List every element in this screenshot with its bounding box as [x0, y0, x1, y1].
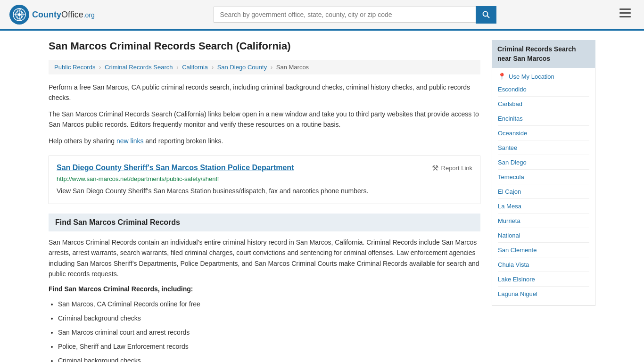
location-icon: 📍: [498, 73, 506, 80]
sidebar-link-national[interactable]: National: [498, 232, 589, 243]
link-card-header: San Diego County Sheriff's San Marcos St…: [57, 164, 472, 173]
section-title-box: Find San Marcos Criminal Records: [49, 214, 480, 231]
intro-para-1: Perform a free San Marcos, CA public cri…: [49, 82, 480, 103]
breadcrumb-california[interactable]: California: [182, 64, 208, 71]
sidebar-content: 📍 Use My Location Escondido Carlsbad Enc…: [492, 68, 595, 306]
page-title: San Marcos Criminal Records Search (Cali…: [49, 40, 480, 52]
sidebar-link-escondido[interactable]: Escondido: [498, 86, 589, 97]
new-links-link[interactable]: new links: [116, 137, 144, 145]
sidebar-link-lake-elsinore[interactable]: Lake Elsinore: [498, 276, 589, 287]
list-item: San Marcos, CA Criminal Records online f…: [58, 297, 480, 311]
sidebar-link-laguna-niguel[interactable]: Laguna Niguel: [498, 290, 589, 301]
svg-line-7: [487, 16, 490, 18]
header-right: [616, 7, 635, 23]
link-card-title[interactable]: San Diego County Sheriff's San Marcos St…: [57, 164, 294, 172]
section-para: San Marcos Criminal Records contain an i…: [49, 237, 480, 280]
svg-rect-8: [619, 8, 631, 10]
search-area: [214, 6, 496, 24]
breadcrumb-public-records[interactable]: Public Records: [54, 64, 95, 71]
sidebar-link-temecula[interactable]: Temecula: [498, 173, 589, 184]
sidebar-title: Criminal Records Search near San Marcos: [492, 40, 595, 68]
breadcrumb-criminal-records[interactable]: Criminal Records Search: [105, 64, 173, 71]
section-subheading: Find San Marcos Criminal Records, includ…: [49, 285, 480, 293]
sidebar-link-oceanside[interactable]: Oceanside: [498, 130, 589, 140]
sidebar-link-santee[interactable]: Santee: [498, 144, 589, 155]
section-list: San Marcos, CA Criminal Records online f…: [58, 297, 480, 362]
logo-area: CountyOffice.org: [9, 5, 95, 25]
sidebar-link-san-clemente[interactable]: San Clemente: [498, 247, 589, 257]
sidebar-link-san-diego[interactable]: San Diego: [498, 159, 589, 170]
use-my-location-btn[interactable]: 📍 Use My Location: [498, 73, 589, 80]
menu-button[interactable]: [616, 7, 635, 23]
list-item: Criminal background checks: [58, 354, 480, 362]
breadcrumb-sep-1: ›: [99, 64, 101, 71]
sidebar-link-la-mesa[interactable]: La Mesa: [498, 203, 589, 214]
breadcrumb-san-diego-county[interactable]: San Diego County: [217, 64, 267, 71]
list-item: Police, Sheriff and Law Enforcement reco…: [58, 340, 480, 353]
list-item: San Marcos criminal court and arrest rec…: [58, 326, 480, 339]
header: CountyOffice.org: [0, 0, 644, 31]
svg-rect-10: [619, 16, 631, 17]
report-link-btn[interactable]: ⚒ Report Link: [432, 164, 472, 173]
report-icon: ⚒: [432, 164, 438, 173]
sidebar-link-encinitas[interactable]: Encinitas: [498, 115, 589, 126]
svg-rect-9: [619, 12, 631, 14]
sidebar-link-el-cajon[interactable]: El Cajon: [498, 188, 589, 199]
sidebar-link-carlsbad[interactable]: Carlsbad: [498, 100, 589, 111]
sidebar-link-murrieta[interactable]: Murrieta: [498, 217, 589, 228]
use-location-label: Use My Location: [509, 73, 554, 80]
logo-icon: [9, 5, 29, 25]
intro-para-3: Help others by sharing new links and rep…: [49, 136, 480, 146]
link-card-url[interactable]: http://www.san-marcos.net/departments/pu…: [57, 175, 472, 182]
reporting-text: and reporting broken links.: [145, 137, 223, 145]
breadcrumb: Public Records › Criminal Records Search…: [49, 60, 480, 74]
link-card-desc: View San Diego County Sheriff's San Marc…: [57, 186, 472, 196]
search-input[interactable]: [214, 7, 476, 23]
list-item: Criminal background checks: [58, 312, 480, 325]
report-link-label: Report Link: [441, 165, 472, 172]
breadcrumb-sep-2: ›: [176, 64, 178, 71]
sidebar: Criminal Records Search near San Marcos …: [492, 40, 595, 362]
breadcrumb-sep-3: ›: [212, 64, 214, 71]
intro-para-2: The San Marcos Criminal Records Search (…: [49, 109, 480, 130]
link-card: San Diego County Sheriff's San Marcos St…: [49, 156, 480, 204]
sidebar-link-chula-vista[interactable]: Chula Vista: [498, 261, 589, 272]
breadcrumb-san-marcos: San Marcos: [276, 64, 309, 71]
logo-text: CountyOffice.org: [32, 10, 95, 20]
svg-point-6: [483, 12, 488, 16]
section-title: Find San Marcos Criminal Records: [55, 218, 474, 227]
breadcrumb-sep-4: ›: [271, 64, 272, 71]
search-button[interactable]: [476, 6, 496, 24]
content-area: San Marcos Criminal Records Search (Cali…: [49, 40, 480, 362]
main-container: San Marcos Criminal Records Search (Cali…: [39, 31, 605, 362]
